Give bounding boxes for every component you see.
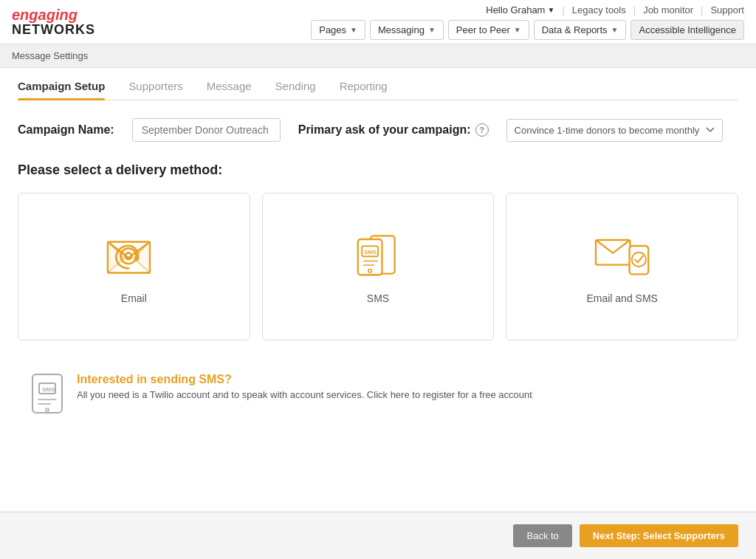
sms-promo-text-area: Interested in sending SMS? All you need … — [77, 373, 532, 400]
next-button[interactable]: Next Step: Select Supporters — [580, 524, 738, 547]
logo-engaging: engaging — [12, 7, 95, 23]
tab-reporting[interactable]: Reporting — [340, 80, 388, 100]
pages-dropdown[interactable]: Pages ▼ — [311, 20, 365, 40]
svg-text:SMS: SMS — [364, 249, 377, 256]
campaign-form-row: Campaign Name: Primary ask of your campa… — [18, 118, 738, 142]
messaging-dropdown[interactable]: Messaging ▼ — [370, 20, 444, 40]
pages-caret-icon: ▼ — [350, 26, 357, 34]
primary-ask-select[interactable]: Convince 1-time donors to become monthly… — [506, 119, 723, 142]
campaign-name-label: Campaign Name: — [18, 123, 114, 137]
tab-campaign-setup[interactable]: Campaign Setup — [18, 80, 105, 100]
logo-networks: NETWORKS — [12, 23, 95, 38]
email-sms-icon — [593, 229, 652, 281]
sms-promo-body: All you need is a Twilio account and to … — [77, 389, 532, 400]
sms-icon: SMS — [348, 229, 408, 281]
sms-promo-device-icon: SMS — [30, 373, 65, 416]
delivery-email-label: Email — [121, 292, 147, 304]
delivery-cards: Email SMS — [18, 193, 738, 340]
tab-supporters[interactable]: Supporters — [128, 80, 182, 100]
sms-promo-title: Interested in sending SMS? — [77, 373, 532, 386]
tab-message[interactable]: Message — [207, 80, 252, 100]
job-monitor-link[interactable]: Job monitor — [643, 4, 693, 16]
delivery-card-sms[interactable]: SMS SMS — [262, 193, 495, 340]
delivery-email-sms-label: Email and SMS — [586, 292, 657, 304]
peer-to-peer-caret-icon: ▼ — [514, 26, 521, 34]
delivery-card-email[interactable]: Email — [18, 193, 250, 340]
sms-promo-section: SMS Interested in sending SMS? All you n… — [18, 361, 738, 428]
svg-point-18 — [46, 408, 49, 411]
tab-bar: Campaign Setup Supporters Message Sendin… — [18, 68, 738, 100]
svg-text:SMS: SMS — [42, 386, 55, 393]
peer-to-peer-dropdown[interactable]: Peer to Peer ▼ — [448, 20, 529, 40]
user-menu[interactable]: Hello Graham ▼ — [486, 4, 554, 16]
breadcrumb: Message Settings — [0, 44, 756, 68]
support-link[interactable]: Support — [710, 4, 744, 16]
tab-sending[interactable]: Sending — [275, 80, 316, 100]
data-reports-caret-icon: ▼ — [611, 26, 619, 34]
messaging-caret-icon: ▼ — [428, 26, 436, 34]
delivery-title: Please select a delivery method: — [18, 162, 738, 178]
logo: engaging NETWORKS — [12, 7, 95, 38]
accessible-intelligence-btn[interactable]: Accessible Intelligence — [630, 20, 744, 40]
back-button[interactable]: Back to — [513, 524, 571, 547]
svg-point-2 — [126, 253, 132, 259]
legacy-tools-link[interactable]: Legacy tools — [572, 4, 626, 16]
campaign-name-input[interactable] — [132, 118, 281, 142]
user-caret-icon: ▼ — [547, 6, 554, 14]
email-icon — [104, 229, 163, 281]
delivery-sms-label: SMS — [367, 292, 389, 304]
bottom-actions: Back to Next Step: Select Supporters — [0, 512, 756, 559]
primary-ask-help-icon[interactable]: ? — [475, 123, 489, 137]
primary-ask-label: Primary ask of your campaign: ? — [298, 123, 489, 137]
delivery-card-email-sms[interactable]: Email and SMS — [506, 193, 738, 340]
data-reports-dropdown[interactable]: Data & Reports ▼ — [534, 20, 627, 40]
svg-point-1 — [121, 248, 137, 264]
